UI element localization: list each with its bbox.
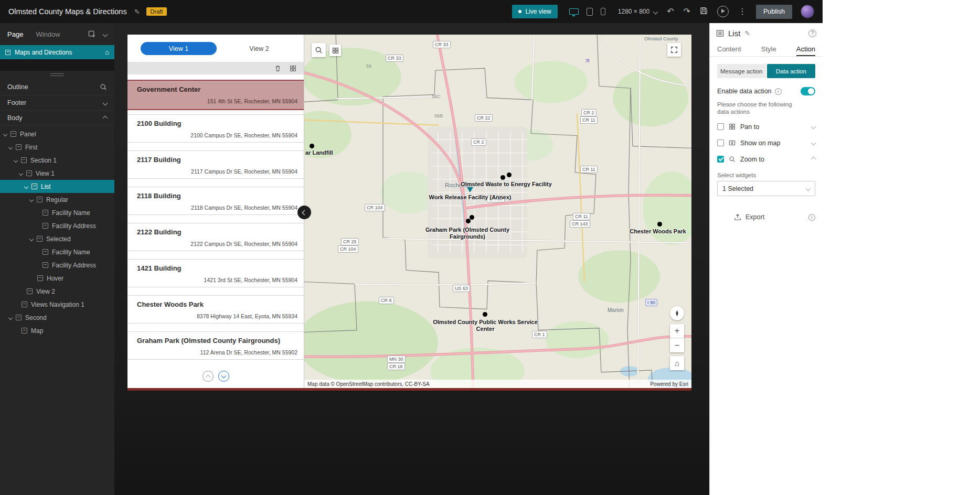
tree-item-second[interactable]: Second	[0, 311, 114, 324]
pages-chevron-icon[interactable]	[103, 31, 108, 37]
zoom-to-checkbox[interactable]	[717, 156, 724, 163]
info-icon[interactable]: i	[808, 214, 815, 221]
tab-window[interactable]: Window	[36, 30, 60, 38]
rename-widget-icon[interactable]: ✎	[744, 29, 750, 37]
collapse-panel-button[interactable]	[297, 206, 311, 219]
help-icon[interactable]: ?	[808, 29, 816, 37]
tablet-device-icon[interactable]	[587, 8, 593, 16]
list-item[interactable]: Chester Woods Park 8378 Highway 14 East,…	[127, 295, 304, 324]
save-button[interactable]	[700, 7, 708, 16]
list-item[interactable]: Graham Park (Olmsted County Fairgrounds)…	[127, 331, 304, 360]
info-icon[interactable]: i	[775, 88, 782, 95]
redo-button[interactable]: ↷	[684, 7, 690, 16]
tree-item-map[interactable]: Map	[0, 324, 114, 337]
action-row-pan-to[interactable]: Pan to	[710, 119, 823, 135]
tree-item-facility-address[interactable]: Facility Address	[0, 259, 114, 272]
facility-marker[interactable]	[483, 312, 487, 317]
preview-play-button[interactable]	[717, 6, 729, 17]
chevron-down-icon[interactable]	[3, 132, 7, 136]
chevron-down-icon[interactable]	[8, 315, 13, 319]
map-widget[interactable]: CR 33 CR 33 CR 22 CR 2 CR 2 CR 11 CR 11 …	[304, 35, 691, 388]
zoom-out-button[interactable]: −	[670, 338, 684, 352]
chevron-down-icon[interactable]	[8, 145, 13, 149]
show-on-map-checkbox[interactable]	[717, 139, 724, 146]
data-action-button[interactable]: Data action	[767, 64, 816, 78]
chevron-down-icon[interactable]	[811, 141, 816, 146]
zoom-to-icon	[729, 156, 736, 163]
tree-item-selected[interactable]: Selected	[0, 232, 114, 245]
selected-facility-marker[interactable]	[467, 187, 473, 192]
tree-item-view-2[interactable]: View 2	[0, 285, 114, 298]
map-search-button[interactable]	[312, 43, 326, 57]
section-body[interactable]: Body	[0, 111, 114, 126]
chevron-down-icon[interactable]	[811, 124, 816, 130]
widgets-select-dropdown[interactable]: 1 Selected	[717, 181, 815, 196]
tab-content[interactable]: Content	[717, 45, 741, 56]
facility-marker[interactable]	[466, 219, 471, 223]
list-item[interactable]: 2122 Building 2122 Campus Dr SE, Rochest…	[127, 223, 304, 251]
tree-item-facility-name[interactable]: Facility Name	[0, 206, 114, 219]
fullscreen-button[interactable]	[667, 43, 681, 57]
facility-marker[interactable]	[310, 144, 314, 148]
tree-item-facility-address[interactable]: Facility Address	[0, 219, 114, 232]
tab-action[interactable]: Action	[796, 45, 815, 56]
section-footer[interactable]: Footer	[0, 95, 114, 111]
map-grid-tool-button[interactable]	[329, 45, 341, 56]
tree-item-list[interactable]: List	[0, 180, 114, 193]
chevron-down-icon[interactable]	[29, 197, 34, 201]
tree-item-hover[interactable]: Hover	[0, 272, 114, 285]
list-item[interactable]: 2117 Building 2117 Campus Dr SE, Rochest…	[127, 150, 304, 179]
view2-tab[interactable]: View 2	[230, 42, 288, 55]
phone-device-icon[interactable]	[601, 8, 605, 15]
tree-item-panel[interactable]: Panel	[0, 127, 114, 141]
grid-view-icon[interactable]	[290, 65, 296, 72]
chevron-down-icon[interactable]	[19, 171, 23, 175]
tab-page[interactable]: Page	[7, 30, 23, 38]
list-item[interactable]: 2100 Building 2100 Campus Dr SE, Rochest…	[127, 114, 304, 143]
page-item-maps-and-directions[interactable]: Maps and Directions ⌂	[0, 45, 114, 59]
tree-item-section-1[interactable]: Section 1	[0, 154, 114, 167]
tree-item-regular[interactable]: Regular	[0, 193, 114, 206]
action-row-show-on-map[interactable]: Show on map	[710, 135, 823, 151]
view1-tab[interactable]: View 1	[141, 42, 217, 55]
clear-selection-icon[interactable]	[274, 65, 281, 72]
tree-item-facility-name[interactable]: Facility Name	[0, 245, 114, 259]
tree-item-view-1[interactable]: View 1	[0, 167, 114, 180]
pan-to-checkbox[interactable]	[717, 123, 724, 130]
chevron-down-icon[interactable]	[14, 158, 18, 162]
add-page-icon[interactable]	[88, 30, 96, 38]
user-avatar[interactable]	[801, 5, 814, 18]
chevron-down-icon[interactable]	[29, 236, 34, 241]
zoom-in-button[interactable]: +	[670, 324, 684, 338]
enable-data-action-toggle[interactable]	[801, 87, 815, 95]
compass-button[interactable]	[670, 306, 684, 320]
tree-item-views-navigation-1[interactable]: Views Navigation 1	[0, 298, 114, 311]
tab-style[interactable]: Style	[761, 45, 776, 56]
scroll-down-button[interactable]	[218, 371, 229, 382]
export-action-row[interactable]: Export i	[710, 211, 823, 223]
publish-button[interactable]: Publish	[756, 5, 792, 19]
facility-marker[interactable]	[470, 215, 474, 220]
more-options-button[interactable]: ⋮	[738, 7, 747, 16]
message-action-button[interactable]: Message action	[717, 64, 766, 78]
canvas-size-dropdown[interactable]: 1280 × 800	[618, 8, 657, 15]
live-view-button[interactable]: Live view	[512, 5, 557, 18]
field-icon	[42, 249, 48, 255]
chevron-down-icon[interactable]	[24, 184, 28, 188]
list-item[interactable]: 1421 Building 1421 3rd St SE, Rochester,…	[127, 259, 304, 287]
list-item-selected[interactable]: Government Center 151 4th St SE, Rochest…	[127, 80, 304, 110]
tree-item-first[interactable]: First	[0, 141, 114, 154]
list-item[interactable]: 2118 Building 2118 Campus Dr SE, Rochest…	[127, 187, 304, 215]
facility-marker[interactable]	[500, 175, 505, 180]
map-home-button[interactable]: ⌂	[670, 356, 684, 370]
scroll-up-button[interactable]	[203, 371, 214, 382]
undo-button[interactable]: ↶	[667, 7, 674, 16]
chevron-up-icon[interactable]	[811, 157, 816, 162]
resize-handle[interactable]	[0, 71, 114, 79]
action-row-zoom-to[interactable]: Zoom to	[710, 151, 823, 167]
edit-title-icon[interactable]: ✎	[134, 8, 140, 16]
facility-marker[interactable]	[657, 222, 662, 227]
desktop-device-icon[interactable]	[569, 8, 579, 15]
search-icon[interactable]	[100, 83, 107, 91]
facility-marker[interactable]	[507, 173, 512, 177]
